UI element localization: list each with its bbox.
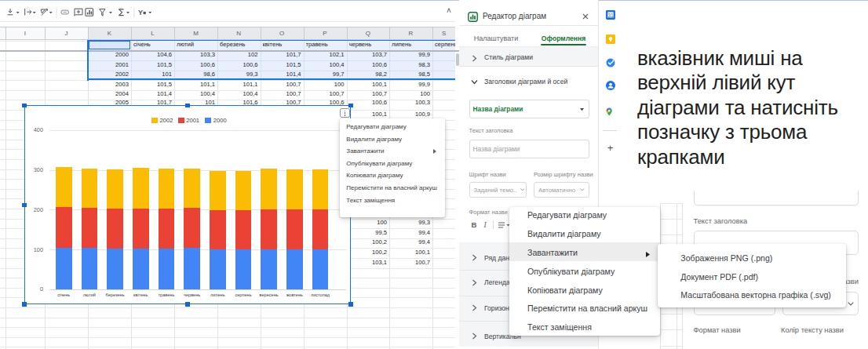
svg-text:31: 31	[607, 13, 614, 18]
svg-text:Y: Y	[138, 9, 143, 16]
